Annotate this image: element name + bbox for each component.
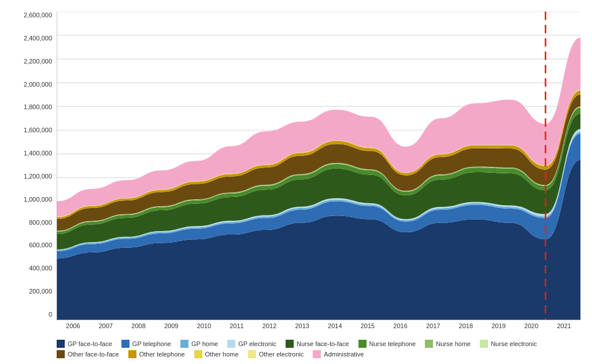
x-axis-label: 2015 xyxy=(352,322,384,334)
y-axis-label: 400,000 xyxy=(29,265,52,272)
legend-label-gp_face: GP face-to-face xyxy=(68,340,112,347)
y-axis-label: 2,400,000 xyxy=(24,35,52,42)
legend-item-other_telephone: Other telephone xyxy=(128,350,185,358)
legend-item-gp_face: GP face-to-face xyxy=(57,340,112,348)
x-axis-label: 2006 xyxy=(57,322,90,334)
y-axis-label: 0 xyxy=(49,311,52,318)
main-chart-svg xyxy=(57,12,580,320)
legend-item-other_electronic: Other electronic xyxy=(248,350,304,358)
y-axis-label: 1,800,000 xyxy=(24,103,52,110)
y-axis-label: 2,600,000 xyxy=(24,12,52,18)
legend-item-nurse_telephone: Nurse telephone xyxy=(358,340,416,348)
x-axis-label: 2018 xyxy=(450,322,483,334)
y-axis-label: 600,000 xyxy=(29,242,52,248)
y-axis-label: 2,200,000 xyxy=(24,58,52,65)
legend-swatch-nurse_telephone xyxy=(358,340,367,348)
x-axis-label: 2008 xyxy=(122,322,155,334)
legend-swatch-gp_telephone xyxy=(121,340,130,348)
y-axis-label: 1,600,000 xyxy=(24,127,52,133)
x-axis-label: 2009 xyxy=(155,322,188,334)
legend-item-nurse_electronic: Nurse electronic xyxy=(480,340,536,348)
legend-swatch-gp_electronic xyxy=(227,340,235,348)
legend-item-other_home: Other home xyxy=(194,350,239,358)
x-axis-label: 2010 xyxy=(188,322,221,334)
legend-swatch-other_home xyxy=(194,350,202,358)
y-axis-label: 1,000,000 xyxy=(24,196,52,203)
legend-item-nurse_home: Nurse home xyxy=(425,340,471,348)
legend-label-nurse_telephone: Nurse telephone xyxy=(369,340,416,347)
legend-item-other_face: Other face-to-face xyxy=(57,350,119,358)
x-axis-label: 2013 xyxy=(286,322,319,334)
legend-item-administrative: Administrative xyxy=(313,350,364,358)
x-axis: 2006200720082009201020112012201320142015… xyxy=(57,320,580,334)
chart-area: 2,600,0002,400,0002,200,0002,000,0001,80… xyxy=(12,12,580,334)
x-axis-label: 2012 xyxy=(253,322,286,334)
legend-swatch-other_electronic xyxy=(248,350,256,358)
legend-label-other_telephone: Other telephone xyxy=(139,351,185,358)
x-axis-label: 2017 xyxy=(417,322,450,334)
legend-item-gp_home: GP home xyxy=(180,340,218,348)
y-axis-label: 800,000 xyxy=(29,219,52,226)
x-axis-label: 2016 xyxy=(384,322,417,334)
plot-area: 2006200720082009201020112012201320142015… xyxy=(57,12,580,334)
legend-swatch-nurse_electronic xyxy=(480,340,488,348)
legend-swatch-nurse_face xyxy=(286,340,294,348)
legend-label-other_home: Other home xyxy=(205,351,239,358)
y-axis: 2,600,0002,400,0002,200,0002,000,0001,80… xyxy=(12,12,57,334)
legend-item-gp_electronic: GP electronic xyxy=(227,340,276,348)
legend-label-nurse_face: Nurse face-to-face xyxy=(297,340,349,347)
legend-swatch-administrative xyxy=(313,350,321,358)
legend-label-administrative: Administrative xyxy=(324,351,364,358)
legend-label-other_face: Other face-to-face xyxy=(68,351,119,358)
legend-label-nurse_electronic: Nurse electronic xyxy=(491,340,536,347)
legend-swatch-gp_face xyxy=(57,340,65,348)
y-axis-label: 200,000 xyxy=(29,288,52,295)
x-axis-label: 2020 xyxy=(515,322,548,334)
x-axis-label: 2021 xyxy=(547,322,580,334)
legend-swatch-other_face xyxy=(57,350,65,358)
legend-label-other_electronic: Other electronic xyxy=(259,351,304,358)
legend-label-nurse_home: Nurse home xyxy=(436,340,471,347)
x-axis-label: 2019 xyxy=(482,322,515,334)
legend-swatch-gp_home xyxy=(180,340,188,348)
legend-label-gp_electronic: GP electronic xyxy=(238,340,276,347)
y-axis-label: 2,000,000 xyxy=(24,81,52,88)
chart-legend: GP face-to-faceGP telephoneGP homeGP ele… xyxy=(12,340,580,358)
y-axis-label: 1,400,000 xyxy=(24,150,52,157)
legend-label-gp_home: GP home xyxy=(191,340,218,347)
chart-container: 2,600,0002,400,0002,200,0002,000,0001,80… xyxy=(0,0,592,364)
legend-label-gp_telephone: GP telephone xyxy=(132,340,171,347)
x-axis-label: 2014 xyxy=(319,322,352,334)
x-axis-label: 2007 xyxy=(90,322,123,334)
legend-item-nurse_face: Nurse face-to-face xyxy=(286,340,349,348)
legend-swatch-nurse_home xyxy=(425,340,433,348)
x-axis-label: 2011 xyxy=(220,322,253,334)
legend-item-gp_telephone: GP telephone xyxy=(121,340,171,348)
legend-swatch-other_telephone xyxy=(128,350,136,358)
y-axis-label: 1,200,000 xyxy=(24,173,52,180)
